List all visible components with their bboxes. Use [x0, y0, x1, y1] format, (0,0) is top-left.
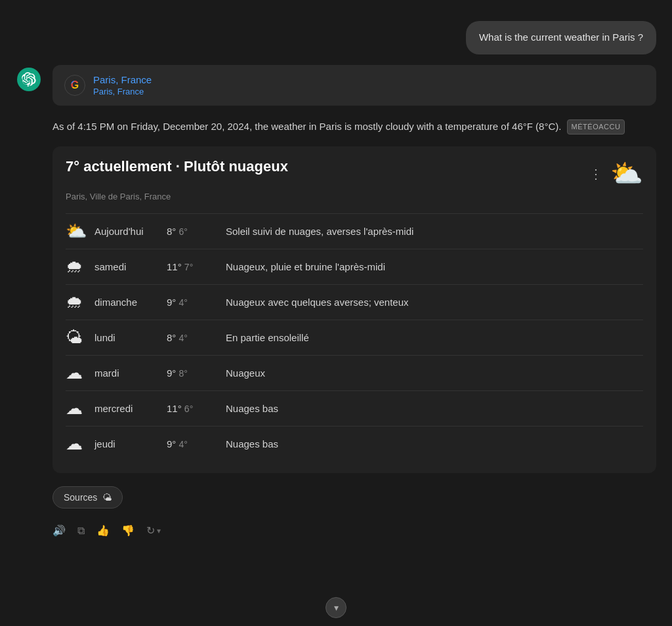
google-search-card[interactable]: G Paris, France Paris, France — [52, 65, 656, 106]
google-logo: G — [64, 75, 85, 96]
description-text: As of 4:15 PM on Friday, December 20, 20… — [52, 121, 561, 132]
chevron-down-icon: ▾ — [334, 602, 339, 613]
thumbs-up-button[interactable]: 👍 — [96, 524, 110, 537]
google-card-text: Paris, France Paris, France — [93, 74, 152, 96]
sources-label: Sources — [64, 492, 97, 503]
forecast-day: jeudi — [94, 438, 167, 449]
forecast-icon: ☁ — [66, 434, 94, 454]
weather-current-title: 7° actuellement · Plutôt nuageux — [66, 158, 288, 175]
forecast-row: ☁ jeudi 9° 4° Nuages bas — [66, 426, 643, 461]
user-message-text: What is the current weather in Paris ? — [479, 31, 643, 43]
forecast-row: 🌧 samedi 11° 7° Nuageux, pluie et bruine… — [66, 249, 643, 284]
forecast-row: ☁ mardi 9° 8° Nuageux — [66, 355, 643, 390]
forecast-temp-low: 4° — [179, 333, 188, 343]
forecast-temps: 11° 6° — [167, 403, 226, 414]
google-card-subtitle: Paris, France — [93, 87, 152, 96]
chatgpt-logo — [17, 68, 41, 91]
forecast-icon: ⛅ — [66, 221, 94, 241]
speak-button[interactable]: 🔊 — [52, 524, 66, 537]
forecast-description: Nuages bas — [226, 403, 643, 414]
forecast-description: Nuageux, pluie et bruine l'après-midi — [226, 261, 643, 272]
user-message-container: What is the current weather in Paris ? — [0, 0, 672, 65]
forecast-temps: 9° 8° — [167, 367, 226, 379]
weather-description: As of 4:15 PM on Friday, December 20, 20… — [52, 119, 656, 135]
forecast-description: En partie ensoleillé — [226, 332, 643, 343]
weather-title-text: 7° actuellement · Plutôt nuageux — [66, 158, 288, 175]
forecast-temp-low: 8° — [179, 368, 188, 379]
forecast-temps: 9° 4° — [167, 297, 226, 308]
forecast-row: 🌧 dimanche 9° 4° Nuageux avec quelques a… — [66, 284, 643, 320]
weather-current-icon: ⛅ — [610, 158, 643, 189]
sources-button[interactable]: Sources 🌤 — [52, 486, 123, 509]
weather-widget: 7° actuellement · Plutôt nuageux ⋮ ⛅ Par… — [52, 146, 656, 473]
forecast-temps: 11° 7° — [167, 261, 226, 272]
forecast-icon: ☁ — [66, 398, 94, 419]
thumbs-down-button[interactable]: 👎 — [121, 524, 135, 537]
scroll-down-button[interactable]: ▾ — [326, 597, 346, 618]
forecast-temp-low: 4° — [179, 439, 188, 449]
weather-location: Paris, Ville de Paris, France — [66, 192, 643, 201]
forecast-description: Nuageux — [226, 367, 643, 379]
scroll-hint: ▾ — [318, 589, 354, 626]
avatar-area — [16, 65, 42, 540]
forecast-row: 🌤 lundi 8° 4° En partie ensoleillé — [66, 320, 643, 355]
forecast-icon: 🌤 — [66, 327, 94, 348]
forecast-icon: 🌧 — [66, 257, 94, 277]
forecast-day: mercredi — [94, 403, 167, 414]
forecast-day: dimanche — [94, 297, 167, 308]
forecast-temps: 8° 4° — [167, 332, 226, 343]
google-card-title: Paris, France — [93, 74, 152, 85]
forecast-description: Nuages bas — [226, 438, 643, 449]
forecast-temp-low: 7° — [184, 262, 193, 272]
forecast-temp-low: 6° — [179, 226, 188, 237]
forecast-description: Soleil suivi de nuages, averses l'après-… — [226, 226, 643, 237]
forecast-temps: 8° 6° — [167, 226, 226, 237]
forecast-icon: 🌧 — [66, 292, 94, 312]
action-bar: 🔊 ⧉ 👍 👎 ↻ ▾ — [52, 522, 656, 539]
forecast-row: ⛅ Aujourd'hui 8° 6° Soleil suivi de nuag… — [66, 213, 643, 249]
chatgpt-icon — [22, 72, 36, 87]
copy-button[interactable]: ⧉ — [77, 525, 85, 537]
forecast-day: mardi — [94, 367, 167, 379]
forecast-temps: 9° 4° — [167, 438, 226, 449]
forecast-icon: ☁ — [66, 363, 94, 383]
user-message-bubble: What is the current weather in Paris ? — [466, 21, 656, 54]
forecast-temp-low: 4° — [179, 297, 188, 308]
forecast-row: ☁ mercredi 11° 6° Nuages bas — [66, 390, 643, 426]
forecast-day: Aujourd'hui — [94, 226, 167, 237]
refresh-button[interactable]: ↻ ▾ — [146, 524, 161, 537]
forecast-description: Nuageux avec quelques averses; venteux — [226, 297, 643, 308]
forecast-day: lundi — [94, 332, 167, 343]
weather-more-button[interactable]: ⋮ — [589, 167, 602, 180]
main-content: G Paris, France Paris, France As of 4:15… — [0, 65, 672, 540]
forecast-temp-low: 6° — [184, 404, 193, 414]
weather-header: 7° actuellement · Plutôt nuageux ⋮ ⛅ — [66, 158, 643, 189]
google-g-letter: G — [71, 79, 79, 91]
sources-icon: 🌤 — [102, 492, 112, 503]
forecast-list: ⛅ Aujourd'hui 8° 6° Soleil suivi de nuag… — [66, 213, 643, 461]
meteoaccu-badge: MÉTÉOACCU — [567, 119, 625, 134]
weather-header-right: ⋮ ⛅ — [589, 158, 643, 189]
response-area: G Paris, France Paris, France As of 4:15… — [52, 65, 656, 540]
forecast-day: samedi — [94, 261, 167, 272]
